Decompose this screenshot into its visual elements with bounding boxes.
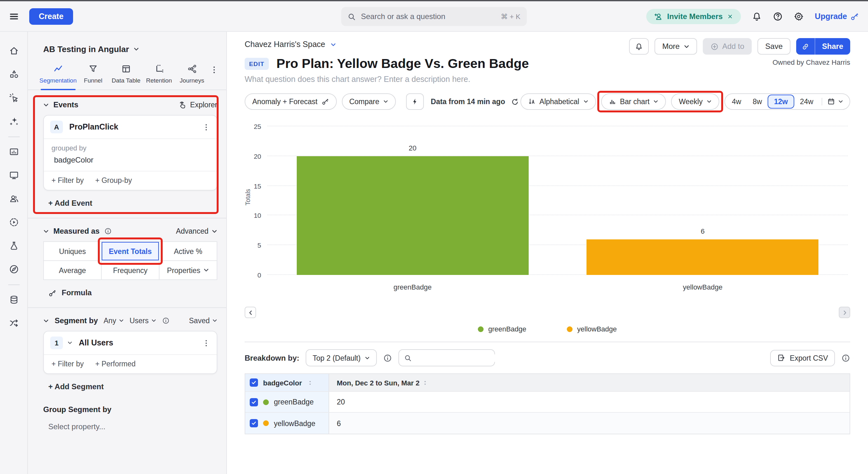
invite-members-pill[interactable]: Invite Members (646, 8, 741, 24)
save-button[interactable]: Save (758, 38, 790, 55)
hamburger-menu-icon[interactable] (9, 11, 19, 21)
event-name[interactable]: ProPlanClick (69, 123, 118, 131)
pathways-icon[interactable] (8, 318, 19, 328)
chevron-down-icon[interactable] (43, 318, 49, 324)
bar-greenBadge[interactable] (297, 156, 528, 275)
segment-users-dropdown[interactable]: Users (130, 317, 156, 325)
page-left-button[interactable] (245, 307, 256, 318)
measure-option-average[interactable]: Average (44, 261, 101, 279)
play-circle-icon[interactable] (8, 217, 19, 227)
breakdown-search-input[interactable] (416, 354, 514, 362)
chart-type-dropdown[interactable]: Bar chart (601, 93, 666, 110)
info-icon[interactable] (104, 227, 112, 235)
realtime-button[interactable] (406, 93, 424, 110)
shapes-icon[interactable] (8, 69, 19, 79)
page-right-button[interactable] (839, 307, 850, 318)
row-checkbox[interactable] (249, 398, 258, 406)
select-all-checkbox[interactable] (249, 378, 258, 387)
saved-dropdown[interactable]: Saved (189, 317, 217, 325)
help-icon[interactable] (773, 11, 783, 21)
tabs-kebab-icon[interactable] (210, 65, 219, 74)
notifications-button[interactable] (629, 38, 649, 55)
measure-option-active[interactable]: Active % (159, 242, 217, 260)
tab-data-table[interactable]: Data Table (110, 64, 143, 90)
chevron-down-icon[interactable] (43, 102, 49, 108)
range-4w[interactable]: 4w (726, 95, 747, 109)
range-8w[interactable]: 8w (747, 95, 768, 109)
bell-icon[interactable] (752, 11, 762, 21)
home-icon[interactable] (8, 46, 19, 56)
tab-segmentation[interactable]: Segmentation (39, 64, 76, 90)
select-property-button[interactable]: Select property... (48, 422, 217, 431)
kebab-menu-icon[interactable] (202, 123, 210, 131)
column-header-daterange[interactable]: Mon, Dec 2 to Sun, Mar 2 (337, 379, 420, 386)
advanced-dropdown[interactable]: Advanced (176, 227, 217, 235)
refresh-icon[interactable] (511, 98, 519, 106)
bar-yellowBadge[interactable] (587, 239, 818, 275)
segment-name[interactable]: All Users (79, 338, 113, 347)
column-header-badgecolor[interactable]: badgeColor (263, 379, 302, 386)
tab-retention[interactable]: Retention (143, 64, 176, 90)
grouped-by-value[interactable]: badgeColor (54, 156, 209, 165)
add-segment-button[interactable]: + Add Segment (48, 382, 217, 391)
interval-dropdown[interactable]: Weekly (671, 93, 719, 110)
sparkles-icon[interactable] (8, 116, 19, 126)
info-icon[interactable] (841, 353, 850, 362)
tab-funnel[interactable]: Funnel (76, 64, 110, 90)
formula-button[interactable]: Formula (48, 288, 217, 297)
row-checkbox[interactable] (249, 419, 258, 427)
more-button[interactable]: More (654, 38, 697, 55)
compass-icon[interactable] (8, 264, 19, 274)
kebab-menu-icon[interactable] (202, 339, 210, 347)
compare-button[interactable]: Compare (342, 93, 396, 110)
chevron-down-icon[interactable] (67, 340, 72, 345)
series-name[interactable]: yellowBadge (274, 419, 315, 427)
measure-option-frequency[interactable]: Frequency (102, 261, 159, 279)
create-button[interactable]: Create (29, 8, 73, 25)
dashboard-chart-icon[interactable] (8, 147, 19, 157)
add-event-button[interactable]: + Add Event (48, 199, 217, 208)
sort-dropdown[interactable]: Alphabetical (520, 93, 596, 110)
export-csv-button[interactable]: Export CSV (770, 349, 835, 366)
search-input[interactable] (361, 12, 496, 21)
monitor-icon[interactable] (8, 170, 19, 180)
users-icon[interactable] (8, 194, 19, 204)
flask-icon[interactable] (8, 241, 19, 251)
info-icon[interactable] (383, 353, 392, 362)
series-name[interactable]: greenBadge (274, 398, 314, 406)
explorer-button[interactable]: Explorer (179, 101, 217, 109)
upgrade-link[interactable]: Upgrade (815, 12, 859, 21)
sort-icon[interactable] (422, 379, 428, 386)
page-title[interactable]: Pro Plan: Yellow Badge Vs. Green Badge (276, 56, 529, 71)
tab-journeys[interactable]: Journeys (175, 64, 209, 90)
database-icon[interactable] (8, 295, 19, 305)
info-icon[interactable] (162, 317, 170, 325)
analysis-name-dropdown[interactable]: AB Testing in Angular (43, 44, 217, 54)
close-icon[interactable] (727, 13, 734, 20)
segment-action-performed[interactable]: + Performed (95, 360, 136, 368)
segment-any-dropdown[interactable]: Any (103, 317, 124, 325)
range-12w[interactable]: 12w (768, 95, 794, 109)
chevron-down-icon[interactable] (43, 228, 49, 234)
add-to-button[interactable]: Add to (703, 38, 752, 55)
gear-icon[interactable] (794, 11, 804, 21)
anomaly-forecast-button[interactable]: Anomaly + Forecast (245, 93, 337, 110)
segment-action-filter-by[interactable]: + Filter by (52, 360, 84, 368)
legend-item-yellowBadge[interactable]: yellowBadge (567, 325, 617, 333)
sort-icon[interactable] (307, 379, 313, 386)
measure-option-uniques[interactable]: Uniques (44, 242, 101, 260)
share-button[interactable]: Share (796, 38, 850, 55)
calendar-dropdown[interactable] (822, 98, 848, 105)
global-search[interactable]: ⌘ + K (341, 7, 527, 26)
breakdown-search[interactable] (399, 349, 495, 366)
description-placeholder[interactable]: What question does this chart answer? En… (245, 75, 850, 84)
space-breadcrumb[interactable]: Chavez Harris's Space (245, 40, 336, 49)
event-action-group-by[interactable]: + Group-by (95, 176, 132, 184)
legend-item-greenBadge[interactable]: greenBadge (478, 325, 526, 333)
link-icon[interactable] (801, 42, 809, 50)
measure-option-event-totals[interactable]: Event Totals (102, 242, 159, 260)
click-cursor-icon[interactable] (8, 93, 19, 103)
measure-option-properties[interactable]: Properties (159, 261, 217, 279)
range-24w[interactable]: 24w (794, 95, 819, 109)
event-action-filter-by[interactable]: + Filter by (52, 176, 84, 184)
